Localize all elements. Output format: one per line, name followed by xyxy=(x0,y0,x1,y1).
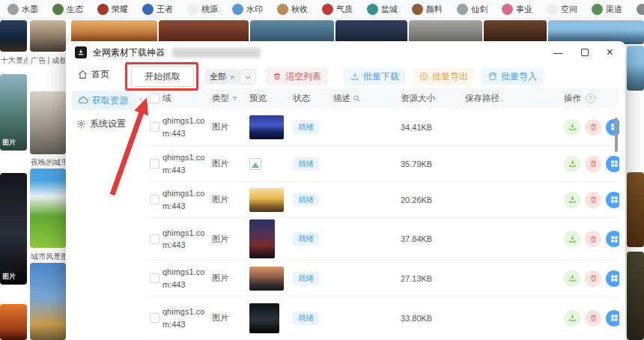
grid-view-row-button[interactable] xyxy=(606,270,619,287)
bookmark-item[interactable]: 秋收 xyxy=(277,4,308,15)
background-photo xyxy=(627,46,644,91)
delete-row-button[interactable] xyxy=(585,156,601,172)
table-row[interactable]: qhimgs1.com:443 图片 就绪 20.26KB xyxy=(146,182,619,218)
row-checkbox[interactable] xyxy=(150,159,160,169)
clear-list-button[interactable]: 清空列表 xyxy=(266,67,328,85)
filter-funnel-icon[interactable] xyxy=(231,95,238,102)
bookmark-item[interactable]: 水墨 xyxy=(7,4,38,15)
filter-dropdown[interactable] xyxy=(240,69,256,85)
row-checkbox[interactable] xyxy=(150,122,160,132)
bookmark-favicon-icon xyxy=(637,4,644,15)
bookmark-label: 气质 xyxy=(336,4,353,15)
delete-row-button[interactable] xyxy=(585,310,601,327)
batch-import-button[interactable]: 批量导入 xyxy=(482,67,544,85)
bookmark-item[interactable]: 气质 xyxy=(322,4,353,15)
table-rows: qhimgs1.com:443 图片 就绪 34.41KB qhimgs1.co… xyxy=(146,109,619,340)
window-title: 全网素材下载神器 xyxy=(93,46,165,59)
bookmark-favicon-icon xyxy=(142,4,154,15)
download-row-button[interactable] xyxy=(564,310,580,327)
batch-export-button[interactable]: 批量导出 xyxy=(413,67,475,85)
select-all-checkbox[interactable] xyxy=(150,94,160,103)
bookmark-favicon-icon xyxy=(322,4,333,15)
download-row-button[interactable] xyxy=(564,192,580,208)
preview-thumbnail[interactable] xyxy=(249,219,275,258)
sidebar-item-settings[interactable]: 系统设置 xyxy=(76,118,126,130)
preview-thumbnail[interactable] xyxy=(249,115,284,139)
background-photo xyxy=(30,20,66,52)
bookmark-item[interactable]: 王者 xyxy=(142,4,173,15)
sidebar-collapse-icon[interactable]: ‹ xyxy=(139,94,142,104)
download-row-button[interactable] xyxy=(564,119,580,136)
bookmark-item[interactable]: 颜料 xyxy=(412,4,443,15)
bookmark-item[interactable]: 生态 xyxy=(52,4,83,15)
row-domain: qhimgs1.com:443 xyxy=(162,115,212,139)
download-row-button[interactable] xyxy=(564,270,580,287)
row-checkbox[interactable] xyxy=(150,313,160,323)
bookmark-item[interactable]: 事业 xyxy=(502,4,532,15)
sidebar-item-resources[interactable]: 获取资源 xyxy=(72,91,136,110)
sidebar-item-label: 首页 xyxy=(91,68,109,81)
sidebar-item-label: 获取资源 xyxy=(92,94,128,107)
bookmark-item[interactable]: 渠道 xyxy=(592,4,622,15)
preview-thumbnail[interactable] xyxy=(249,188,284,212)
table-row[interactable]: qhimgs1.com:443 图片 就绪 34.41KB xyxy=(146,109,619,146)
download-icon xyxy=(568,160,577,168)
download-row-button[interactable] xyxy=(564,231,580,247)
delete-row-button[interactable] xyxy=(585,270,601,287)
grid-view-row-button[interactable] xyxy=(606,310,619,327)
preview-thumbnail[interactable] xyxy=(249,158,261,170)
background-caption: 广告 | 成都 xyxy=(31,55,65,66)
search-icon[interactable] xyxy=(353,94,361,103)
background-photo: 图片 xyxy=(0,173,27,285)
row-checkbox[interactable] xyxy=(150,195,160,204)
row-size: 37.84KB xyxy=(401,234,465,243)
background-caption: 城市风景图 xyxy=(31,252,65,262)
download-row-button[interactable] xyxy=(564,156,580,172)
table-row[interactable]: qhimgs1.com:443 图片 就绪 35.79KB xyxy=(146,146,619,182)
delete-row-button[interactable] xyxy=(585,231,601,247)
title-bar: 全网素材下载神器 — × xyxy=(66,41,625,64)
header-size: 资源大小 xyxy=(401,93,465,104)
minimize-button[interactable]: — xyxy=(553,48,563,58)
delete-row-button[interactable] xyxy=(585,192,601,208)
bookmark-item[interactable]: 桃源 xyxy=(187,4,218,15)
grid-icon xyxy=(610,274,619,282)
bookmark-item[interactable]: 水印 xyxy=(232,4,263,15)
maximize-button[interactable] xyxy=(581,49,589,56)
grid-view-row-button[interactable] xyxy=(606,192,619,208)
sidebar-item-home[interactable]: 首页 xyxy=(78,68,109,81)
bookmark-item[interactable]: 空间 xyxy=(547,4,577,15)
table-row[interactable]: qhimgs1.com:443 图片 就绪 37.84KB xyxy=(146,218,619,261)
filter-tag-close-icon[interactable]: × xyxy=(230,73,234,82)
table-scrollbar[interactable] xyxy=(615,118,618,152)
table-row[interactable]: qhimgs1.com:443 图片 就绪 33.80KB xyxy=(146,297,619,340)
bookmark-item[interactable]: 盐城 xyxy=(367,4,398,15)
download-icon xyxy=(568,314,577,322)
background-caption: 夜晚的城市 xyxy=(31,157,65,168)
bookmark-item[interactable]: 奇快传 xyxy=(637,4,644,15)
start-capture-button[interactable]: 开始抓取 xyxy=(131,66,194,87)
grid-view-row-button[interactable] xyxy=(606,231,619,247)
preview-thumbnail[interactable] xyxy=(249,303,279,333)
preview-thumbnail[interactable] xyxy=(249,267,284,291)
bookmark-item[interactable]: 仙剑 xyxy=(457,4,487,15)
row-checkbox[interactable] xyxy=(150,273,160,283)
row-size: 27.13KB xyxy=(401,274,465,283)
bookmark-favicon-icon xyxy=(232,4,243,15)
bookmark-label: 颜料 xyxy=(426,4,443,15)
clear-list-label: 清空列表 xyxy=(285,70,321,83)
row-size: 20.26KB xyxy=(401,195,465,204)
trash-icon xyxy=(589,160,598,168)
grid-view-row-button[interactable] xyxy=(606,156,619,172)
grid-icon xyxy=(610,235,619,243)
background-photo xyxy=(30,169,66,248)
bookmark-item[interactable]: 荣耀 xyxy=(97,4,128,15)
filter-tag-all[interactable]: 全部 × xyxy=(204,69,240,85)
row-checkbox[interactable] xyxy=(150,234,160,244)
help-question-icon[interactable]: ? xyxy=(586,94,595,103)
delete-row-button[interactable] xyxy=(585,119,601,136)
status-badge: 就绪 xyxy=(293,232,319,246)
batch-download-button[interactable]: 批量下载 xyxy=(344,67,406,85)
table-row[interactable]: qhimgs1.com:443 图片 就绪 27.13KB xyxy=(146,261,619,297)
close-button[interactable]: × xyxy=(607,46,613,58)
